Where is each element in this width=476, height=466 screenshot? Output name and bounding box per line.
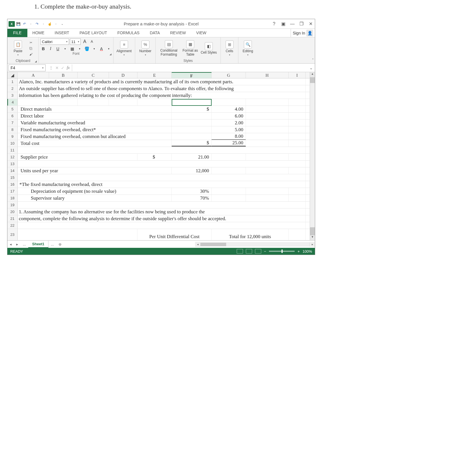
row-12[interactable]: 12 Supplier price $ 21.00 <box>7 154 310 161</box>
grid[interactable]: ◢ A B C D E F G H I 1Alanco, Inc. manufa… <box>7 72 310 240</box>
sheet-tab-sheet1[interactable]: Sheet1 <box>28 241 49 248</box>
add-sheet-icon[interactable]: ⊕ <box>56 242 64 246</box>
row-10[interactable]: 10 Total cost $ 25.00 <box>7 140 310 147</box>
tab-data[interactable]: DATA <box>145 29 165 37</box>
expand-formula-bar-icon[interactable]: ⌄ <box>307 66 315 70</box>
cancel-formula-icon[interactable]: ✕ <box>55 66 59 70</box>
chevron-down-icon[interactable]: ▾ <box>77 47 83 50</box>
scroll-right-icon[interactable]: ▸ <box>310 242 315 247</box>
view-page-break-icon[interactable] <box>255 249 261 254</box>
name-box[interactable]: F4 ▾ <box>9 64 46 71</box>
tab-nav-next[interactable]: ▸ <box>14 242 21 246</box>
qat-touch-more[interactable] <box>53 21 59 27</box>
qat-save-icon[interactable]: 💾 <box>15 21 21 27</box>
qat-redo-more[interactable] <box>40 21 46 27</box>
minimize-icon[interactable]: — <box>289 21 295 27</box>
cut-icon[interactable]: ✂ <box>28 40 34 45</box>
collapse-ribbon-icon[interactable]: ˄ <box>312 58 314 62</box>
close-icon[interactable]: ✕ <box>307 21 314 27</box>
cell-styles-button[interactable]: ◧Cell Styles <box>200 39 217 58</box>
conditional-formatting-button[interactable]: ▤Conditional Formatting <box>157 39 180 58</box>
scroll-thumb[interactable] <box>310 77 315 83</box>
col-header-C[interactable]: C <box>78 72 109 78</box>
col-header-G[interactable]: G <box>212 72 246 78</box>
qat-undo-more[interactable] <box>28 21 34 27</box>
fill-color-icon[interactable]: 🪣 <box>84 46 90 51</box>
underline-button[interactable]: U <box>55 46 61 51</box>
tab-file[interactable]: FILE <box>7 29 27 37</box>
editing-button[interactable]: 🔍Editing▾ <box>240 39 256 58</box>
chevron-down-icon[interactable]: ▾ <box>92 47 97 50</box>
italic-button[interactable]: I <box>48 46 54 51</box>
row-14[interactable]: 14 Units used per year 12,000 <box>7 167 310 174</box>
row-20[interactable]: 201. Assuming the company has no alterna… <box>7 208 310 215</box>
qat-touch-icon[interactable]: ☝ <box>47 21 52 27</box>
col-header-F[interactable]: F <box>172 72 212 78</box>
qat-redo-icon[interactable]: ↷ <box>34 21 40 27</box>
tab-insert[interactable]: INSERT <box>50 29 74 37</box>
row-17[interactable]: 17 Depreciation of equipment (no resale … <box>7 188 310 195</box>
col-header-A[interactable]: A <box>18 72 49 78</box>
scroll-left-icon[interactable]: ◂ <box>195 242 200 247</box>
row-2[interactable]: 2An outside supplier has offered to sell… <box>7 85 310 92</box>
col-header-E[interactable]: E <box>137 72 172 78</box>
row-16[interactable]: 16 *The fixed manufacturing overhead, di… <box>7 181 310 188</box>
row-19[interactable]: 19 <box>7 202 310 208</box>
scroll-up-icon[interactable]: ▲ <box>310 72 315 77</box>
clipboard-dialog-icon[interactable]: ◢ <box>35 60 37 63</box>
row-7[interactable]: 7 Variable manufacturing overhead 2.00 <box>7 119 310 126</box>
paste-button[interactable]: 📋 Paste ▾ <box>9 39 27 58</box>
row-6[interactable]: 6 Direct labor 6.00 <box>7 113 310 119</box>
zoom-in-icon[interactable]: + <box>297 249 300 254</box>
fx-icon[interactable]: fx <box>67 66 70 70</box>
tab-pagelayout[interactable]: PAGE LAYOUT <box>74 29 112 37</box>
row-4[interactable]: 4 <box>7 99 310 106</box>
formula-more-icon[interactable]: ⋮ <box>49 66 53 70</box>
horizontal-scrollbar[interactable]: ◂ ▸ <box>195 242 315 247</box>
row-21[interactable]: 21component, complete the following anal… <box>7 215 310 222</box>
tab-home[interactable]: HOME <box>27 29 50 37</box>
row-13[interactable]: 13 <box>7 161 310 167</box>
borders-icon[interactable]: ▦ <box>70 46 75 51</box>
font-name-combo[interactable]: Calibri▾ <box>40 39 69 45</box>
zoom-slider[interactable] <box>269 251 295 252</box>
row-9[interactable]: 9 Fixed manufacturing overhead, common b… <box>7 133 310 140</box>
col-header-B[interactable]: B <box>49 72 78 78</box>
ribbon-display-icon[interactable]: ▣ <box>280 21 286 27</box>
font-dialog-icon[interactable]: ◢ <box>110 53 112 56</box>
format-painter-icon[interactable]: 🖌 <box>28 52 34 56</box>
row-1[interactable]: 1Alanco, Inc. manufactures a variety of … <box>7 78 310 85</box>
cells-button[interactable]: ⊞Cells▾ <box>222 39 236 58</box>
col-header-D[interactable]: D <box>109 72 137 78</box>
qat-customize-icon[interactable]: ⌄ <box>59 21 65 27</box>
bold-button[interactable]: B <box>40 46 46 51</box>
maximize-icon[interactable]: ❐ <box>298 21 305 27</box>
number-button[interactable]: %Number▾ <box>137 39 154 58</box>
help-icon[interactable]: ? <box>271 21 277 27</box>
col-header-H[interactable]: H <box>246 72 289 78</box>
row-15[interactable]: 15 <box>7 174 310 181</box>
row-22[interactable]: 22 <box>7 222 310 229</box>
row-18[interactable]: 18 Supervisor salary 70% <box>7 195 310 202</box>
tab-nav-prev[interactable]: ◂ <box>7 242 14 246</box>
tab-view[interactable]: VIEW <box>191 29 212 37</box>
row-5[interactable]: 5 Direct materials $ 4.00 <box>7 106 310 113</box>
sheet-more[interactable]: ... <box>48 242 56 246</box>
row-11[interactable]: 11 <box>7 147 310 154</box>
formula-bar[interactable] <box>72 64 307 71</box>
scroll-thumb-bot[interactable] <box>310 227 315 235</box>
row-23[interactable]: 23 Per Unit Differential Cost Total for … <box>7 229 310 240</box>
sign-in[interactable]: Sign In 👤 <box>291 29 315 37</box>
font-size-combo[interactable]: 11▾ <box>70 39 81 45</box>
hscroll-thumb[interactable] <box>200 243 226 246</box>
tab-formulas[interactable]: FORMULAS <box>112 29 145 37</box>
grow-font-icon[interactable]: A <box>82 39 88 44</box>
alignment-button[interactable]: ≡Alignment▾ <box>115 39 133 58</box>
zoom-out-icon[interactable]: − <box>264 249 266 254</box>
tab-nav-more[interactable]: ... <box>21 242 28 246</box>
scroll-down-icon[interactable]: ▼ <box>310 235 315 240</box>
col-header-I[interactable]: I <box>289 72 306 78</box>
row-3[interactable]: 3information has been gathered relating … <box>7 92 310 99</box>
zoom-level[interactable]: 100% <box>303 249 312 254</box>
tab-review[interactable]: REVIEW <box>165 29 191 37</box>
